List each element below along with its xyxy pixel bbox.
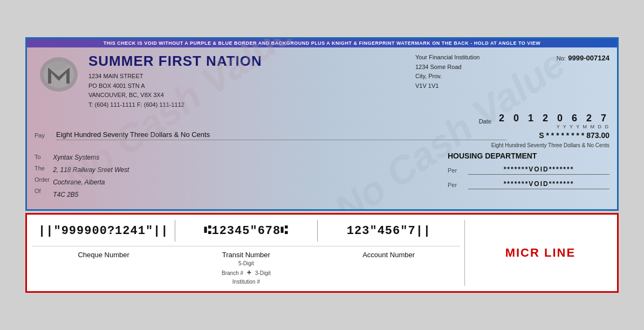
org-address: 1234 MAIN STREET PO BOX 4001 STN A VANCO… bbox=[88, 72, 415, 109]
transit-sub3: 3-Digit bbox=[255, 270, 271, 276]
date-row: Date 2 0 1 2 0 6 2 7 Y Y Y Y M M D D bbox=[35, 113, 609, 129]
sig-row-1: Per *******VOID******* bbox=[448, 166, 609, 175]
micr-transit-number: ⑆12345"678⑆ bbox=[175, 224, 318, 238]
check-body: SUMMER FIRST NATION 1234 MAIN STREET PO … bbox=[35, 53, 609, 203]
amount-box: S * * * * * * * * 873.00 bbox=[512, 131, 609, 140]
check-wrapper: THIS CHECK IS VOID WITHOUT A PURPLE & BL… bbox=[25, 37, 619, 293]
per-label-2: Per bbox=[448, 182, 464, 188]
micr-title-area: MICR LINE bbox=[469, 220, 612, 286]
sig-row-2: Per *******VOID******* bbox=[448, 180, 609, 189]
date-boxes: 2 0 1 2 0 6 2 7 Y Y Y Y M M D D bbox=[499, 113, 609, 129]
date-label: Date bbox=[479, 118, 491, 125]
transit-sub-info: 5-Digit Branch # + 3-Digit Institution # bbox=[175, 260, 317, 286]
payee-name: Xyntax Systems bbox=[53, 154, 99, 161]
org-address-line2: PO BOX 4001 STN A bbox=[88, 82, 145, 89]
date-digits: 2 0 1 2 0 6 2 7 bbox=[499, 113, 609, 124]
org-logo bbox=[37, 54, 80, 94]
check-no-value: 9999-007124 bbox=[568, 54, 609, 62]
org-address-line1: 1234 MAIN STREET bbox=[88, 73, 143, 79]
payee-address3: T4C 2B5 bbox=[53, 191, 78, 198]
bank-info: Your Financial Institution 1234 Some Roa… bbox=[415, 53, 523, 91]
payee-address1: 2, 118 Railway Sreet West bbox=[53, 166, 129, 174]
check-document: THIS CHECK IS VOID WITHOUT A PURPLE & BL… bbox=[25, 37, 619, 211]
micr-label-account: Account Number bbox=[318, 251, 460, 259]
amount-stars: * * * * * * * * bbox=[546, 131, 584, 140]
to-the-order: To The Order Of Xyntax Systems 2, 118 Ra… bbox=[35, 152, 437, 201]
transit-number-label: Transit Number bbox=[175, 251, 317, 259]
payee-details: Xyntax Systems 2, 118 Railway Sreet West… bbox=[53, 152, 129, 201]
to-label: To bbox=[35, 154, 41, 160]
payee-address2: Cochrane, Alberta bbox=[53, 178, 105, 186]
org-address-line4: T: (604) 111-1111 F: (604) 111-1112 bbox=[88, 101, 184, 108]
org-name-area: SUMMER FIRST NATION 1234 MAIN STREET PO … bbox=[83, 53, 415, 109]
micr-account-number: 123"456"7|| bbox=[318, 224, 460, 238]
cheque-number-label: Cheque Number bbox=[32, 251, 175, 259]
payee-left: To The Order Of Xyntax Systems 2, 118 Ra… bbox=[35, 152, 437, 201]
bank-info-area: Your Financial Institution 1234 Some Roa… bbox=[415, 53, 523, 91]
micr-label-cheque: Cheque Number bbox=[32, 251, 175, 259]
micr-title: MICR LINE bbox=[505, 246, 576, 260]
sig-void-2: *******VOID******* bbox=[468, 180, 609, 189]
bank-name: Your Financial Institution bbox=[415, 54, 479, 60]
void-notice: THIS CHECK IS VOID WITHOUT A PURPLE & BL… bbox=[27, 39, 617, 47]
micr-section: ||"999900?1241"|| ⑆12345"678⑆ 123"456"7|… bbox=[25, 213, 619, 293]
check-number-area: No: 9999-007124 bbox=[523, 53, 609, 63]
to-labels: To The Order Of bbox=[35, 152, 50, 201]
micr-label-transit: Transit Number 5-Digit Branch # + 3-Digi… bbox=[175, 251, 317, 286]
amount-words-row: Eight Hundred Seventy Three Dollars & No… bbox=[35, 142, 609, 148]
amount-symbol: S bbox=[539, 131, 544, 140]
org-name: SUMMER FIRST NATION bbox=[88, 53, 415, 70]
transit-sub4: Institution # bbox=[232, 279, 260, 285]
bank-address1: 1234 Some Road bbox=[415, 64, 462, 70]
account-number-label: Account Number bbox=[318, 251, 460, 259]
sig-void-1: *******VOID******* bbox=[468, 166, 609, 175]
bank-address3: V1V 1V1 bbox=[415, 82, 439, 89]
the-label: The bbox=[35, 165, 45, 171]
logo-area bbox=[35, 53, 83, 96]
amount-words: Eight Hundred Seventy Three Dollars & No… bbox=[491, 142, 609, 148]
transit-sub2: Branch # bbox=[222, 270, 243, 276]
transit-sub1: 5-Digit bbox=[238, 260, 254, 266]
check-header: SUMMER FIRST NATION 1234 MAIN STREET PO … bbox=[35, 53, 609, 109]
micr-codes: ||"999900?1241"|| ⑆12345"678⑆ 123"456"7|… bbox=[32, 220, 460, 286]
amount-value: 873.00 bbox=[586, 131, 609, 140]
micr-line-display: ||"999900?1241"|| ⑆12345"678⑆ 123"456"7|… bbox=[32, 220, 460, 246]
transit-plus: + bbox=[245, 268, 254, 277]
pay-label: Pay bbox=[35, 132, 51, 139]
check-no-label: No: bbox=[557, 55, 566, 61]
micr-labels: Cheque Number Transit Number 5-Digit Bra… bbox=[32, 251, 460, 286]
order-label: Order bbox=[35, 176, 50, 183]
micr-cheque-number: ||"999900?1241"|| bbox=[32, 224, 175, 238]
org-address-line3: VANCOUVER, BC, V8X 3X4 bbox=[88, 92, 164, 98]
dept-name: HOUSING DEPARTMENT bbox=[448, 152, 609, 160]
per-label-1: Per bbox=[448, 167, 464, 174]
pay-amount-text: Eight Hundred Seventy Three Dollars & No… bbox=[56, 130, 507, 140]
payee-section: To The Order Of Xyntax Systems 2, 118 Ra… bbox=[35, 152, 609, 201]
date-format: Y Y Y Y M M D D bbox=[557, 124, 609, 129]
micr-vertical-divider bbox=[464, 220, 465, 286]
pay-row: Pay Eight Hundred Seventy Three Dollars … bbox=[35, 130, 609, 140]
payee-right: HOUSING DEPARTMENT Per *******VOID******… bbox=[437, 152, 609, 201]
of-label: Of bbox=[35, 188, 41, 194]
bank-address2: City, Prov. bbox=[415, 73, 442, 79]
